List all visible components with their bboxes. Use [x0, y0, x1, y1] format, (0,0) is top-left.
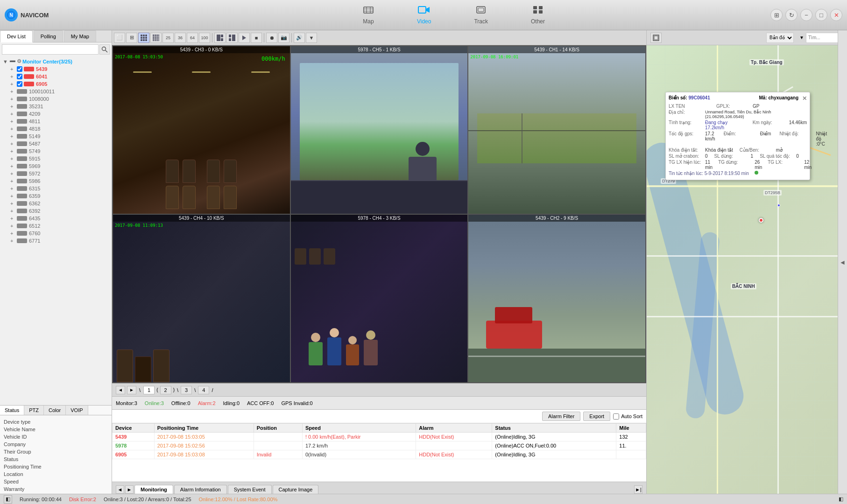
tree-root[interactable]: ▼ ➖ ⚙ Monitor Center(3/25) [1, 57, 111, 65]
popup-close-btn[interactable]: ✕ [802, 95, 807, 102]
list-item[interactable]: + 5439 [1, 65, 111, 73]
page-tab-3[interactable]: 3 [181, 386, 192, 394]
device-checkbox[interactable] [17, 81, 22, 87]
map-type-select[interactable]: Bản đồ [766, 33, 794, 43]
map-collapse-btn[interactable]: ◄ [838, 30, 847, 494]
status-indicator [17, 156, 27, 161]
refresh-btn[interactable]: ↻ [785, 9, 798, 21]
maximize-btn[interactable]: □ [815, 9, 827, 21]
list-item[interactable]: +5969 [1, 162, 111, 170]
vtb-more[interactable]: ▼ [306, 33, 317, 43]
list-item[interactable]: +5149 [1, 133, 111, 140]
list-item[interactable]: +6392 [1, 207, 111, 215]
list-item[interactable]: +35231 [1, 103, 111, 110]
vtb-record[interactable]: ⏺ [266, 33, 277, 43]
vtb-custom3[interactable]: 64 [187, 33, 198, 43]
info-tab-status[interactable]: Status [0, 406, 24, 415]
page-prev-btn[interactable]: ◄ [116, 386, 125, 394]
list-item[interactable]: +4811 [1, 118, 111, 125]
info-tab-ptz[interactable]: PTZ [24, 406, 44, 415]
vtb-custom1[interactable]: 25 [162, 33, 174, 43]
list-item[interactable]: + 6041 [1, 73, 111, 80]
tray-icon[interactable]: ◧ [839, 496, 843, 502]
tab-alarm[interactable]: Alarm Information [174, 485, 227, 494]
list-item[interactable]: +6760 [1, 230, 111, 237]
device-checkbox[interactable] [17, 74, 22, 79]
tab-capture[interactable]: Capture Image [273, 485, 319, 494]
table-row[interactable]: 5978 2017-09-08 15:02:56 17.2 km/h (Onli… [113, 441, 646, 450]
tab-scroll-end[interactable]: ►| [634, 485, 642, 494]
nav-video[interactable]: Video [409, 1, 438, 28]
vtb-2x2[interactable]: ⊞ [126, 33, 137, 43]
tab-polling[interactable]: Polling [34, 30, 63, 42]
list-item[interactable]: +6315 [1, 185, 111, 192]
list-item[interactable]: +6771 [1, 237, 111, 245]
vtb-4x4[interactable] [150, 33, 162, 43]
vtb-screenshot[interactable]: 📷 [278, 33, 289, 43]
tab-devlist[interactable]: Dev List [0, 30, 33, 42]
list-item[interactable]: +6512 [1, 222, 111, 230]
tab-system[interactable]: System Event [228, 485, 272, 494]
list-item[interactable]: +1008000 [1, 95, 111, 103]
status-indicator [17, 171, 27, 176]
svg-rect-23 [155, 35, 156, 36]
device-id: 5915 [29, 156, 40, 161]
minimize-btn[interactable]: − [800, 9, 812, 21]
list-item[interactable]: +5749 [1, 147, 111, 155]
video-cell-5[interactable]: 5978 - CH4 - 3 KB/S [291, 215, 468, 382]
list-item[interactable]: +100010011 [1, 88, 111, 95]
tab-scroll-left[interactable]: ◄ [116, 485, 124, 494]
nav-other[interactable]: Other [523, 1, 552, 28]
info-tab-voip[interactable]: VOIP [66, 406, 88, 415]
minimize-icon[interactable]: ◧ [4, 495, 12, 504]
tab-mymap[interactable]: My Map [64, 30, 96, 42]
tab-scroll-right[interactable]: ► [125, 485, 134, 494]
vtb-auto-poll[interactable] [239, 33, 250, 43]
list-item[interactable]: +4209 [1, 110, 111, 118]
map-container[interactable]: DT279 QL1 DT295B Tp. Bắc Giang BẮC NINH … [647, 45, 847, 494]
grid-btn[interactable]: ⊞ [770, 9, 783, 21]
vtb-stop[interactable]: ■ [251, 33, 262, 43]
page-next-btn[interactable]: ► [127, 386, 136, 394]
export-button[interactable]: Export [583, 412, 610, 421]
video-cell-6[interactable]: 5439 - CH2 - 9 KB/S [468, 215, 645, 382]
device-search-input[interactable] [2, 44, 99, 55]
page-tab-2[interactable]: 2 [160, 386, 171, 394]
nav-track[interactable]: Track [466, 1, 495, 28]
list-item[interactable]: +5915 [1, 155, 111, 162]
video-cell-3[interactable]: 5439 - CH1 - 14 KB/S 2017-09-08 16:09:01 [468, 46, 645, 214]
page-tab-4[interactable]: 4 [198, 386, 209, 394]
close-btn[interactable]: ✕ [830, 9, 842, 21]
list-item[interactable]: + 6905 [1, 80, 111, 88]
vtb-1x1[interactable]: ⬜ [114, 33, 125, 43]
vtb-custom4[interactable]: 100 [199, 33, 210, 43]
list-item[interactable]: +5986 [1, 177, 111, 185]
tab-monitoring[interactable]: Monitoring [134, 485, 173, 494]
vtb-layout1[interactable] [214, 33, 226, 43]
list-item[interactable]: +6359 [1, 192, 111, 200]
list-item[interactable]: +5972 [1, 170, 111, 177]
video-cell-2[interactable]: 5978 - CH5 - 1 KB/S [291, 46, 468, 214]
device-checkbox[interactable] [17, 66, 22, 72]
acc-off-count: ACC OFF:0 [247, 400, 274, 406]
vtb-3x3[interactable] [138, 33, 149, 43]
list-item[interactable]: +5487 [1, 140, 111, 147]
search-button[interactable] [99, 44, 110, 55]
list-item[interactable]: +4818 [1, 125, 111, 133]
table-row[interactable]: 5439 2017-09-08 15:03:05 ! 0.00 km/h(Eas… [113, 433, 646, 441]
nav-map[interactable]: Map [355, 1, 381, 28]
info-tab-color[interactable]: Color [44, 406, 66, 415]
list-item[interactable]: +6435 [1, 215, 111, 222]
popup-plate: Biển số: 99C06041 [669, 95, 710, 102]
vtb-layout2[interactable] [226, 33, 238, 43]
page-tab-1[interactable]: 1 [143, 386, 155, 394]
list-item[interactable]: +6362 [1, 200, 111, 207]
table-row[interactable]: 6905 2017-09-08 15:03:08 Invalid 0(Inval… [113, 450, 646, 459]
vtb-custom2[interactable]: 36 [175, 33, 186, 43]
map-expand-btn[interactable] [650, 33, 662, 43]
auto-sort-checkbox[interactable] [613, 413, 619, 420]
vtb-audio[interactable]: 🔊 [294, 33, 305, 43]
video-cell-4[interactable]: 5439 - CH4 - 10 KB/S 2017-09-08 11:09:13 [113, 215, 290, 382]
video-cell-1[interactable]: 5439 - CH3 - 0 KB/S 2017-08-08 15:03:50 … [113, 46, 290, 214]
alarm-filter-button[interactable]: Alarm Filter [542, 412, 580, 421]
